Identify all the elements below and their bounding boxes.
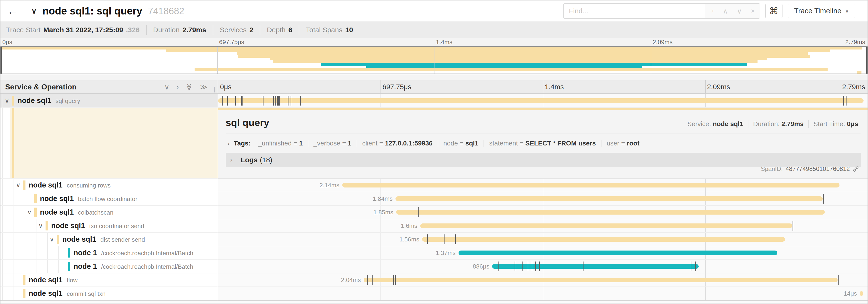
- tree-row-flow[interactable]: node sql1flow: [0, 273, 218, 287]
- service-operation-title: Service & Operation: [5, 83, 76, 91]
- tree-row-sql-query[interactable]: ∨node sql1sql query: [0, 94, 218, 108]
- span-service-name: node sql1flow: [29, 276, 78, 284]
- log-marker: [241, 96, 242, 105]
- keyboard-shortcuts-button[interactable]: ⌘: [765, 4, 782, 18]
- timeline-row-cockroach-roachpb-internal-batch[interactable]: 1.37ms: [218, 246, 868, 260]
- detail-meta-value: 2.79ms: [782, 120, 804, 128]
- column-resize-handle[interactable]: ||: [214, 86, 217, 93]
- span-duration-label-wrap: 1.37ms: [218, 246, 459, 260]
- info-label: Trace Start: [6, 26, 40, 34]
- log-marker: [235, 96, 236, 105]
- collapse-children-icon[interactable]: ∨: [5, 97, 9, 104]
- tag-value: 1: [348, 140, 351, 147]
- span-bar[interactable]: [492, 264, 699, 269]
- log-marker: [277, 96, 278, 105]
- top-bar: ← ∨ node sql1: sql query 7418682 ⌖ ∧ ∨ ×…: [0, 0, 868, 22]
- axis-tick-label: 0μs: [2, 38, 12, 46]
- tags-accordion[interactable]: ›Tags:_unfinished = 1_verbose = 1client …: [227, 140, 861, 147]
- trace-minimap[interactable]: [0, 46, 868, 74]
- span-bar[interactable]: [364, 278, 838, 282]
- tag-user: user = root: [601, 140, 645, 147]
- indent-guide: [2, 260, 3, 273]
- span-service-name: node 1/cockroach.roachpb.Internal/Batch: [73, 262, 193, 271]
- span-color-bar: [34, 194, 37, 203]
- collapse-all-icon[interactable]: ≫: [185, 83, 193, 90]
- collapse-trace-icon[interactable]: ∨: [31, 6, 37, 15]
- span-bar[interactable]: [459, 250, 777, 255]
- span-bar[interactable]: [396, 196, 823, 201]
- header-gridline: [705, 80, 706, 93]
- timeline-row-dist-sender-send[interactable]: 1.56ms: [218, 233, 868, 246]
- span-bar[interactable]: [420, 224, 792, 228]
- clear-search-icon[interactable]: ×: [751, 7, 755, 15]
- span-duration-label-wrap: 14μs: [218, 287, 860, 300]
- detail-meta-service: Service: node sql1: [683, 120, 748, 128]
- log-marker: [418, 207, 418, 217]
- span-operation-name: flow: [67, 277, 78, 284]
- detail-meta-start-time: Start Time: 0μs: [808, 120, 858, 128]
- minimap-span-bar: [0, 47, 862, 49]
- timeline-row-consuming-rows[interactable]: 2.14ms: [218, 179, 868, 192]
- timeline-row-txn-coordinator-send[interactable]: 1.6ms: [218, 219, 868, 233]
- tree-row-consuming-rows[interactable]: ∨node sql1consuming rows: [0, 179, 218, 192]
- find-input[interactable]: [564, 4, 705, 18]
- span-color-bar: [23, 289, 26, 298]
- tree-row-commit-sql-txn[interactable]: node sql1commit sql txn: [0, 287, 218, 301]
- collapse-children-icon[interactable]: ∨: [27, 208, 32, 216]
- expand-all-icon[interactable]: ≫: [200, 83, 208, 91]
- timeline-row-batch-flow-coordinator[interactable]: 1.84ms: [218, 192, 868, 206]
- viewport-scrubber-right[interactable]: [866, 47, 868, 73]
- span-bar[interactable]: [860, 291, 863, 296]
- timeline-row-flow[interactable]: 2.04ms: [218, 273, 868, 287]
- info-value: 10: [345, 26, 353, 34]
- indent-guide: [2, 287, 3, 300]
- prev-result-icon[interactable]: ∧: [723, 7, 728, 15]
- span-service-name: node sql1sql query: [18, 96, 80, 105]
- span-bar[interactable]: [396, 210, 825, 214]
- timeline-row-commit-sql-txn[interactable]: 14μs: [218, 287, 868, 301]
- span-bar[interactable]: [218, 98, 864, 103]
- log-marker: [372, 275, 373, 285]
- minimap-gridline: [434, 47, 434, 73]
- collapse-children-icon[interactable]: ∨: [16, 181, 21, 189]
- axis-tick-label: 2.09ms: [653, 38, 673, 46]
- tag-unfinished: _unfinished = 1: [253, 140, 308, 147]
- detail-meta-value: node sql1: [713, 120, 743, 128]
- expand-one-icon[interactable]: ›: [176, 83, 179, 91]
- timeline-row-sql-query[interactable]: [218, 94, 868, 108]
- span-operation-name: txn coordinator send: [89, 223, 144, 230]
- tree-row-colbatchscan[interactable]: ∨node sql1colbatchscan: [0, 206, 218, 219]
- collapse-children-icon[interactable]: ∨: [38, 222, 43, 230]
- tree-row-cockroach-roachpb-internal-batch[interactable]: node 1/cockroach.roachpb.Internal/Batch: [0, 260, 218, 273]
- timeline-row-colbatchscan[interactable]: 1.85ms: [218, 206, 868, 219]
- span-id-label: SpanID:: [761, 165, 783, 173]
- back-button[interactable]: ←: [0, 0, 25, 22]
- indent-guide: [2, 192, 3, 205]
- selected-span-highlight: [10, 108, 218, 178]
- log-marker: [395, 275, 396, 285]
- next-result-icon[interactable]: ∨: [737, 7, 742, 15]
- collapse-children-icon[interactable]: ∨: [50, 236, 54, 243]
- span-bar[interactable]: [422, 237, 785, 242]
- log-marker: [222, 96, 223, 105]
- chevron-right-icon: ›: [230, 157, 232, 164]
- log-marker: [824, 194, 824, 204]
- tree-row-cockroach-roachpb-internal-batch[interactable]: node 1/cockroach.roachpb.Internal/Batch: [0, 246, 218, 260]
- span-bar[interactable]: [342, 183, 839, 188]
- span-duration-label: 886μs: [473, 263, 489, 270]
- locate-icon[interactable]: ⌖: [710, 7, 714, 15]
- deep-link-icon[interactable]: [852, 166, 859, 172]
- info-value: 6: [288, 26, 292, 34]
- viewport-scrubber-left[interactable]: [0, 47, 2, 73]
- timeline-row-cockroach-roachpb-internal-batch[interactable]: 886μs: [218, 260, 868, 273]
- view-selector-button[interactable]: Trace Timeline ∨: [788, 4, 856, 18]
- tree-row-batch-flow-coordinator[interactable]: node sql1batch flow coordinator: [0, 192, 218, 206]
- collapse-one-icon[interactable]: ∨: [164, 83, 169, 91]
- info-label: Services: [220, 26, 247, 34]
- span-duration-label: 1.56ms: [399, 236, 419, 243]
- tree-row-txn-coordinator-send[interactable]: ∨node sql1txn coordinator send: [0, 219, 218, 233]
- span-operation-name: /cockroach.roachpb.Internal/Batch: [101, 249, 193, 257]
- log-marker: [532, 262, 532, 271]
- logs-accordion[interactable]: › Logs (18): [226, 153, 861, 167]
- tree-row-dist-sender-send[interactable]: ∨node sql1dist sender send: [0, 233, 218, 246]
